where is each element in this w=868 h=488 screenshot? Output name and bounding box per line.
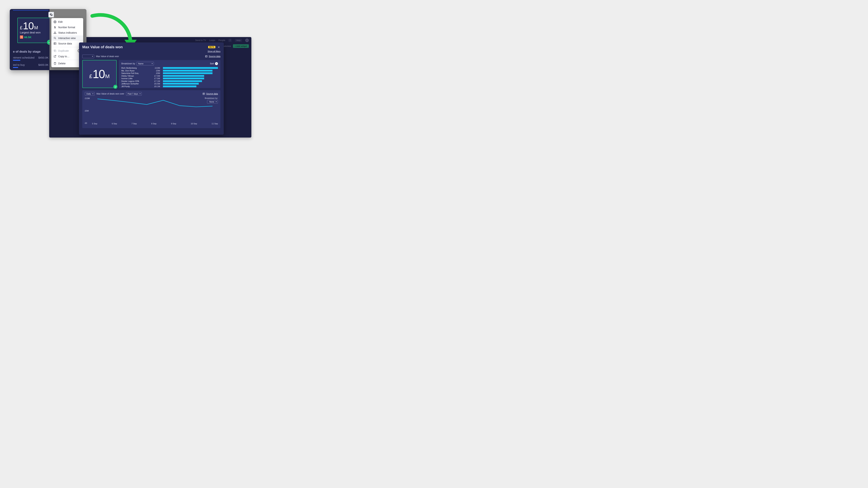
metric-currency: £ [89,73,92,79]
breakdown-row[interactable]: Ms. Don Ryan£9M [121,70,218,72]
beta-badge: BETA [208,46,215,48]
sort-icon [215,62,218,65]
metric-currency: £ [20,25,23,31]
help-question-icon[interactable]: ? [228,39,231,42]
y-tick: £0 [85,122,87,124]
dollar-icon [54,26,56,29]
avatar[interactable]: ST [245,38,249,42]
x-tick: 8 Sep [151,123,156,125]
breakdown-name: Rich Stoltenberg [121,67,150,69]
breakdown-name: Ms. Don Ryan [121,70,150,72]
panel-title: Max Value of deals won [82,45,123,49]
menu-status-indicators[interactable]: Status indicators [51,30,83,35]
menu-duplicate: Duplicate i [51,48,83,54]
breakdown-name: Jefferson Schaefer [121,83,150,85]
menu-interactive-view[interactable]: Interactive view [51,35,83,41]
breakdown-bar [163,80,202,82]
breakdown-row[interactable]: Dexter Legros CPA£7.1M [121,80,218,82]
breakdown-bar [163,72,213,74]
row-label: ntment scheduled [13,56,34,59]
table-icon [203,93,205,95]
loops-link[interactable]: Loops [209,39,215,41]
interactive-view-panel: Max Value of deals won BETA ✕ Show all f… [79,42,224,135]
breakdown-value: £6.1M [152,85,161,88]
svg-line-11 [22,37,22,37]
x-tick: 10 Sep [191,123,197,125]
svg-rect-3 [203,93,205,95]
breakdown-row[interactable]: Otelia Tillman£7.5M [121,75,218,77]
widget-subtitle: Largest deal won [20,31,48,34]
dashboard-controls: Customize + Add widget [222,44,249,48]
show-all-filters-link[interactable]: Show all filters [79,50,224,54]
breakdown-value: £7.5M [152,77,161,79]
row-label: ied to buy [13,63,25,66]
metric-suffix: M [34,25,38,31]
breakdown-name: Jill Purdy [121,85,150,88]
row-value: $450.0K [38,56,49,59]
svg-point-13 [55,22,55,22]
people-link[interactable]: People [218,39,225,41]
metric-number: 10 [93,67,105,81]
metric-number: 10 [23,20,34,32]
search-icon [54,37,56,40]
metric-card[interactable]: £ 10 M [82,60,117,88]
breakdown-by-dropdown[interactable]: Name [136,62,154,65]
progress-bar [13,60,20,61]
breakdown-row[interactable]: Jill Purdy£6.1M [121,85,218,88]
hubspot-icon [20,35,23,39]
breakdown-name: Dexter Legros CPA [121,80,150,82]
y-tick: £5M [85,110,89,112]
sort-button[interactable]: Sort [210,62,218,65]
svg-line-18 [55,38,56,39]
source-data-link-top[interactable]: Source data [205,55,220,58]
progress-bar [13,67,18,68]
breakdown-value: £9M [152,72,161,74]
breakdown-row[interactable]: Saturnina Feil Esq.£9M [121,72,218,74]
menu-delete[interactable]: Delete [51,61,83,66]
breakdown-row[interactable]: Rich Stoltenberg£10M [121,67,218,69]
menu-copy-to[interactable]: Copy to… [51,54,83,59]
breakdown-value: £9M [152,70,161,72]
y-tick: £10M [85,97,90,99]
help-button[interactable]: Help [235,39,242,42]
x-tick: 5 Sep [92,123,97,125]
largest-deal-widget[interactable]: £ 10 M Largest deal won 66.5K [18,18,50,43]
x-tick: 7 Sep [131,123,137,125]
export-icon [54,55,56,58]
alert-triangle-icon [54,31,56,34]
add-widget-button[interactable]: + Add widget [233,44,249,48]
breakdown-row[interactable]: Ivonne Little£7.5M [121,77,218,79]
menu-number-format[interactable]: Number format [51,25,83,30]
svg-line-10 [21,37,22,37]
section-title: e of deals by stage [13,50,49,54]
gear-icon [54,21,56,23]
breakdown-name: Otelia Tillman [121,75,150,77]
breakdown-name: Saturnina Feil Esq. [121,72,150,74]
x-tick: 9 Sep [171,123,176,125]
gear-icon [50,13,53,16]
trend-card: Daily Max Value of deals won over Past 7… [82,90,220,128]
svg-line-12 [22,37,22,38]
breakdown-bar [163,77,204,79]
panel-subtitle: Max Value of deals won [96,55,119,58]
x-tick: 11 Sep [212,123,218,125]
granularity-dropdown[interactable]: Daily [85,92,95,96]
trend-chart: £10M £5M £0 5 Sep6 Sep7 Sep8 Sep9 Sep10 … [85,97,218,125]
send-to-tv-link[interactable]: Send to TV [195,39,206,41]
check-circle-icon [113,85,117,89]
trend-line [97,99,213,107]
svg-rect-22 [55,50,56,52]
widget-snippet: £ 10 M Largest deal won 66.5K e of deals… [10,9,87,70]
breakdown-value: £6.5M [152,83,161,85]
svg-rect-19 [54,43,56,45]
menu-edit[interactable]: Edit [51,19,83,25]
gear-button[interactable] [49,12,54,18]
breakdown-row[interactable]: Jefferson Schaefer£6.5M [121,83,218,85]
metric-dropdown[interactable] [82,55,94,58]
menu-source-data[interactable]: Source data [51,41,83,46]
source-data-link-trend[interactable]: Source data [203,93,218,95]
copy-icon [54,50,56,52]
close-icon[interactable]: ✕ [217,45,220,49]
svg-rect-0 [206,56,208,57]
period-dropdown[interactable]: Past 7 days [126,92,142,96]
